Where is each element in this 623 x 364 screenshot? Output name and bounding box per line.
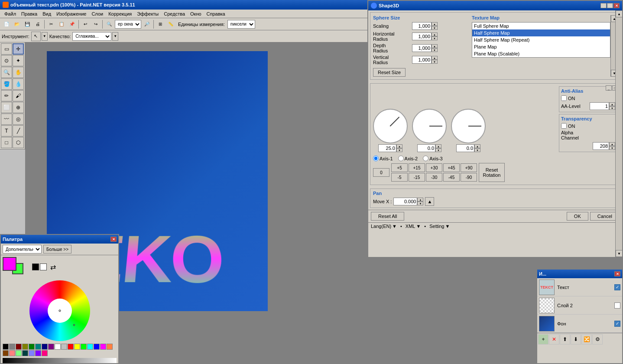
menu-window[interactable]: Окно xyxy=(188,10,204,17)
minus30-btn[interactable]: -30 xyxy=(426,173,442,182)
dial-axis2[interactable] xyxy=(412,109,447,143)
horizontal-up-btn[interactable]: ▲ xyxy=(432,32,438,36)
shape3d-scroll-down[interactable]: ▼ xyxy=(616,250,623,257)
layer-2-check[interactable] xyxy=(614,302,620,309)
save-button[interactable]: 💾 xyxy=(23,20,32,29)
cut-button[interactable]: ✂ xyxy=(46,20,56,29)
palette-color-3[interactable] xyxy=(22,344,28,350)
minus15-btn[interactable]: -15 xyxy=(409,173,425,182)
palette-color-13[interactable] xyxy=(87,344,93,350)
axis3-radio-label[interactable]: Axis-3 xyxy=(423,156,443,161)
menu-tools[interactable]: Средства xyxy=(161,10,188,17)
tool-pan[interactable]: ✋ xyxy=(13,67,24,78)
tool-blur[interactable]: ◎ xyxy=(13,114,24,125)
new-button[interactable]: 📄 xyxy=(2,20,11,29)
transparency-checkbox[interactable] xyxy=(561,123,567,129)
zoom-out-button[interactable]: 🔍 xyxy=(104,20,114,29)
shape3d-scroll-up[interactable]: ▲ xyxy=(616,10,623,17)
move-x-down-btn[interactable]: ▼ xyxy=(417,202,423,205)
texture-full-sphere[interactable]: Full Sphere Map xyxy=(472,23,610,29)
palette-color-20[interactable] xyxy=(22,350,28,356)
menu-correction[interactable]: Коррекция xyxy=(106,10,134,17)
tool-smear[interactable]: 〰 xyxy=(1,114,12,125)
tool-magic-wand[interactable]: ✦ xyxy=(13,55,24,66)
rot-minimize-btn[interactable]: _ xyxy=(606,85,612,91)
minus5-btn[interactable]: -5 xyxy=(391,173,408,182)
palette-color-8[interactable] xyxy=(55,344,61,350)
palette-color-2[interactable] xyxy=(16,344,22,350)
add-layer-btn[interactable]: + xyxy=(538,334,548,344)
undo-button[interactable]: ↩ xyxy=(81,20,90,29)
move-x-input[interactable]: 0.000 xyxy=(393,198,417,205)
ok-button[interactable]: OK xyxy=(567,212,588,221)
palette-color-11[interactable] xyxy=(74,344,80,350)
zero-btn[interactable]: 0 xyxy=(373,168,389,177)
plus45-btn[interactable]: +45 xyxy=(443,163,460,172)
axis3-radio[interactable] xyxy=(423,156,428,161)
tool-shapes[interactable]: □ xyxy=(1,137,12,148)
vertical-down-btn[interactable]: ▼ xyxy=(432,60,438,64)
lang-selector[interactable]: Lang(EN) ▼ xyxy=(371,224,397,229)
palette-color-18[interactable] xyxy=(9,350,15,356)
quality-combo[interactable]: Сглажива... xyxy=(72,32,111,41)
menu-help[interactable]: Справка xyxy=(204,10,228,17)
aa-level-down-btn[interactable]: ▼ xyxy=(609,106,615,110)
texture-half-sphere[interactable]: Half Sphere Map xyxy=(472,29,610,36)
palette-color-23[interactable] xyxy=(42,350,48,356)
tool-line[interactable]: ╱ xyxy=(13,125,24,136)
minus45-btn[interactable]: -45 xyxy=(443,173,460,182)
axis1-radio-label[interactable]: Axis-1 xyxy=(373,156,393,161)
dial-axis1[interactable] xyxy=(373,109,408,143)
palette-color-0[interactable] xyxy=(3,344,9,350)
reset-rotation-button[interactable]: Reset Rotation xyxy=(479,163,505,182)
open-button[interactable]: 📂 xyxy=(12,20,22,29)
axis3-up-btn[interactable]: ▲ xyxy=(474,144,480,148)
alpha-input[interactable]: 208 xyxy=(593,142,609,150)
vertical-up-btn[interactable]: ▲ xyxy=(432,56,438,60)
palette-color-7[interactable] xyxy=(48,344,54,350)
tool-brush[interactable]: 🖌 xyxy=(13,90,24,101)
palette-color-21[interactable] xyxy=(29,350,35,356)
palette-mode-combo[interactable]: Дополнительны xyxy=(3,245,42,254)
texture-plane-scalable[interactable]: Plane Map (Scalable) xyxy=(472,50,610,57)
shape3d-maximize-btn[interactable]: □ xyxy=(607,3,613,8)
palette-color-5[interactable] xyxy=(35,344,41,350)
reset-all-button[interactable]: Reset All xyxy=(371,212,404,221)
palette-color-14[interactable] xyxy=(94,344,100,350)
reset-size-button[interactable]: Reset Size xyxy=(373,68,406,77)
minus90-btn[interactable]: -90 xyxy=(461,173,477,182)
white-swatch[interactable] xyxy=(40,263,47,270)
plus30-btn[interactable]: +30 xyxy=(426,163,442,172)
depth-up-btn[interactable]: ▲ xyxy=(432,44,438,48)
aa-level-input[interactable]: 1 xyxy=(590,102,609,110)
axis1-down-btn[interactable]: ▼ xyxy=(396,148,402,152)
color-wheel[interactable] xyxy=(29,280,90,341)
palette-color-12[interactable] xyxy=(81,344,87,350)
texture-half-sphere-repeat[interactable]: Half Sphere Map (Repeat) xyxy=(472,36,610,43)
merge-layer-btn[interactable]: 🔀 xyxy=(581,334,592,344)
move-layer-down-btn[interactable]: ⬇ xyxy=(571,334,581,344)
plus15-btn[interactable]: +15 xyxy=(409,163,425,172)
palette-close-btn[interactable]: ✕ xyxy=(110,237,117,242)
axis3-down-btn[interactable]: ▼ xyxy=(474,148,480,152)
axis2-down-btn[interactable]: ▼ xyxy=(435,148,441,152)
axis2-radio-label[interactable]: Axis-2 xyxy=(398,156,418,161)
delete-layer-btn[interactable]: ✕ xyxy=(549,334,559,344)
vertical-radius-input[interactable]: 1,000 xyxy=(412,56,432,64)
move-layer-up-btn[interactable]: ⬆ xyxy=(560,334,570,344)
copy-button[interactable]: 📋 xyxy=(57,20,66,29)
tool-zoom[interactable]: 🔍 xyxy=(1,67,12,78)
palette-color-15[interactable] xyxy=(100,344,106,350)
shape3d-close-btn[interactable]: ✕ xyxy=(613,3,620,8)
paste-button[interactable]: 📌 xyxy=(67,20,77,29)
move-y-btn[interactable]: ▲ xyxy=(425,197,434,206)
shape3d-scroll-track[interactable] xyxy=(616,17,622,250)
axis2-up-btn[interactable]: ▲ xyxy=(435,144,441,148)
tool-dropdown[interactable]: ▼ xyxy=(42,32,48,41)
scaling-down-btn[interactable]: ▼ xyxy=(432,26,438,30)
tool-selector[interactable]: ↖ xyxy=(31,32,41,41)
tool-rect-select[interactable]: ▭ xyxy=(1,43,12,55)
layer-bg-check[interactable]: ✓ xyxy=(614,321,620,327)
tool-paint-bucket[interactable]: 🪣 xyxy=(1,78,12,90)
palette-more-btn[interactable]: Больше >> xyxy=(43,245,71,254)
